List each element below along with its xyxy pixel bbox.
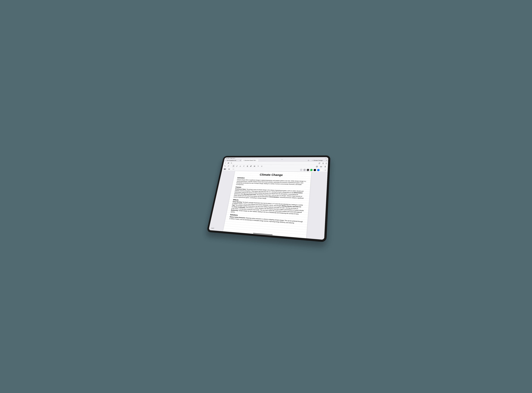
search-button[interactable] [230, 162, 233, 164]
multitask-dots-icon[interactable] [325, 158, 327, 158]
clipboard-tool[interactable] [246, 165, 249, 167]
keyboard-button[interactable] [319, 165, 323, 168]
tab-label: Climate Change [313, 160, 323, 161]
chevron-down-icon[interactable]: ⌄ [323, 160, 324, 161]
svg-rect-5 [228, 162, 229, 163]
svg-rect-8 [229, 163, 229, 163]
color-swatch-white[interactable] [321, 169, 323, 171]
svg-line-12 [234, 165, 234, 166]
document-canvas[interactable]: Climate Change Definition Climate change… [209, 171, 328, 240]
tab-document-search[interactable]: ✕ Document Search Test ⌄ [242, 159, 259, 162]
color-swatch-black[interactable] [313, 169, 316, 171]
svg-point-9 [231, 162, 232, 163]
svg-rect-14 [247, 166, 248, 167]
svg-point-17 [254, 166, 254, 166]
magic-tool[interactable] [260, 165, 263, 167]
close-icon[interactable]: ✕ [243, 160, 244, 161]
add-color-button[interactable]: ＋ [324, 169, 327, 171]
svg-line-10 [232, 163, 232, 163]
body-solutions: Reduce Carbon Emissions: Reducing carbon… [229, 216, 303, 225]
tab-text-recognition[interactable]: ✕ Text recognition test ⌄ [224, 159, 239, 162]
svg-point-18 [316, 166, 317, 167]
screen: 2:01 PM Wed Jul 17 ✕ Text recognition te… [209, 157, 328, 240]
status-bar: 2:01 PM Wed Jul 17 [224, 157, 328, 159]
svg-line-1 [240, 160, 240, 161]
color-swatch-dropdown[interactable] [307, 169, 309, 171]
tab-label: Text recognition test [227, 160, 236, 161]
color-swatch-green[interactable] [310, 169, 313, 171]
ipad-device-frame: 2:01 PM Wed Jul 17 ✕ Text recognition te… [207, 155, 330, 242]
stroke-size-medium[interactable] [227, 168, 231, 170]
bookmark-button[interactable] [321, 162, 325, 165]
close-icon[interactable]: ✕ [225, 160, 226, 161]
color-swatch-gray[interactable] [303, 169, 306, 171]
page-counter: 2 of 2 [211, 227, 214, 229]
tab-climate-change[interactable]: ✕ Climate Change ⌄ [310, 159, 326, 162]
svg-rect-7 [228, 163, 228, 163]
image-tool[interactable] [253, 165, 256, 167]
attachment-tool[interactable] [249, 165, 253, 167]
svg-rect-21 [320, 166, 322, 167]
doc-title: Climate Change [238, 172, 307, 177]
redo-button[interactable] [227, 165, 230, 167]
body-effects: Global Warming: The Earth's average temp… [231, 201, 304, 217]
status-date: Wed Jul 17 [230, 158, 235, 159]
chevron-down-icon[interactable]: ⌄ [256, 160, 257, 161]
pen-tool[interactable] [232, 165, 235, 167]
back-button[interactable] [224, 162, 227, 164]
microphone-button[interactable] [323, 165, 327, 168]
svg-rect-26 [325, 166, 325, 167]
color-swatch-light-gray[interactable] [300, 169, 303, 171]
pencil-tool[interactable] [235, 165, 239, 167]
body-definition: Climate change refers to significant cha… [236, 179, 306, 187]
svg-rect-15 [247, 166, 248, 167]
document-page[interactable]: Climate Change Definition Climate change… [217, 171, 311, 240]
stroke-size-thin[interactable] [232, 168, 235, 170]
undo-button[interactable] [224, 165, 227, 167]
window-tab-strip: ✕ Text recognition test ⌄ ✕ Document Sea… [224, 159, 328, 162]
svg-rect-6 [229, 162, 229, 163]
stroke-size-thick[interactable] [223, 168, 227, 170]
pointer-tool[interactable] [257, 165, 260, 167]
svg-point-13 [243, 166, 244, 166]
svg-point-19 [317, 166, 317, 166]
divider [231, 165, 231, 167]
home-indicator[interactable] [253, 233, 273, 235]
status-time: 2:01 PM [226, 158, 230, 159]
tab-label: Document Search Test [244, 160, 256, 161]
eraser-tool[interactable] [239, 165, 242, 167]
svg-point-4 [326, 161, 327, 161]
wifi-icon [326, 160, 327, 161]
tab-split-icon[interactable] [239, 159, 242, 162]
tab-split-icon[interactable] [307, 159, 310, 162]
color-palette-button[interactable] [315, 165, 318, 168]
close-icon[interactable]: ✕ [312, 160, 313, 161]
more-options-button[interactable] [325, 162, 328, 165]
heading-solutions: Solutions [230, 214, 303, 221]
export-share-button[interactable] [318, 162, 321, 165]
lasso-tool[interactable] [242, 165, 245, 167]
grid-view-button[interactable] [227, 162, 230, 164]
chevron-down-icon[interactable]: ⌄ [237, 160, 238, 161]
svg-rect-11 [326, 163, 327, 164]
color-swatch-blue[interactable] [317, 169, 320, 171]
